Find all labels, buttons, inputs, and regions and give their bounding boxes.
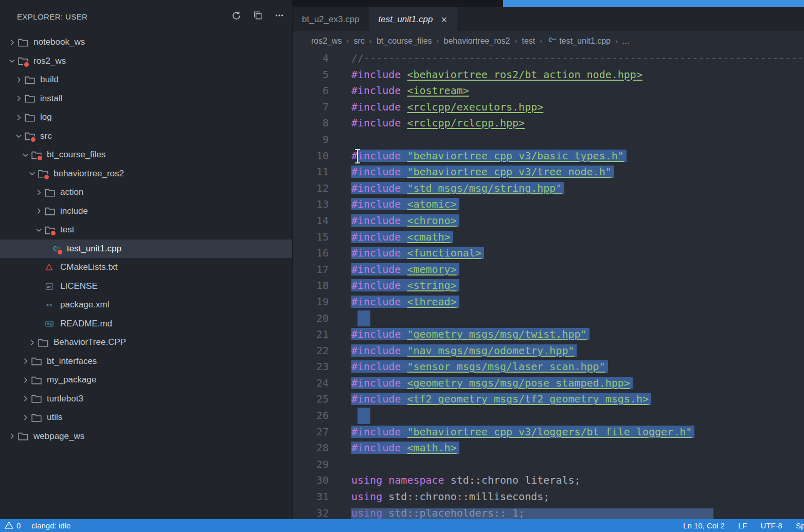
tree-folder-behaviortree_ros2[interactable]: behaviortree_ros2 (0, 164, 292, 184)
horizontal-scrollbar[interactable] (351, 508, 713, 519)
chevron-down-icon[interactable] (14, 131, 24, 141)
tree-file-LICENSE[interactable]: LICENSE (0, 277, 292, 296)
breadcrumb-item-test_unit1.cpp[interactable]: C++test_unit1.cpp (547, 35, 611, 46)
breadcrumb-item-bt_course_files[interactable]: bt_course_files (377, 36, 432, 46)
chevron-right-icon[interactable] (7, 431, 17, 441)
tree-folder-include[interactable]: include (0, 202, 292, 221)
duplicate-button[interactable] (250, 9, 265, 24)
chevron-right-icon[interactable] (14, 75, 24, 85)
code-line-19[interactable]: 19#include <thread> (293, 294, 804, 310)
clangd-status[interactable]: clangd: idle (31, 521, 70, 530)
code-line-25[interactable]: 25#include <tf2_geometry_msgs/tf2_geomet… (293, 391, 804, 408)
code-line-15[interactable]: 15#include <cmath> (293, 229, 804, 246)
code-token: "geometry_msgs/msg/twist.hpp" (407, 328, 586, 340)
tree-folder-webpage_ws[interactable]: webpage_ws (0, 427, 292, 446)
breadcrumb-separator: › (540, 36, 542, 45)
problems-indicator[interactable]: 0 (5, 521, 21, 530)
tree-file-CMakeLists.txt[interactable]: CMakeLists.txt (0, 258, 292, 277)
code-line-20[interactable]: 20 (293, 310, 804, 327)
tree-file-README.md[interactable]: README.md (0, 315, 292, 334)
tree-file-package.xml[interactable]: <>package.xml (0, 296, 292, 315)
code-token (401, 426, 407, 438)
breadcrumb-item-test[interactable]: test (522, 36, 535, 46)
eol-indicator[interactable]: LF (738, 521, 747, 530)
tree-folder-BehaviorTree.CPP[interactable]: BehaviorTree.CPP (0, 333, 292, 352)
indentation-indicator[interactable]: Spaces (796, 521, 804, 530)
tree-folder-notebook_ws[interactable]: notebook_ws (0, 33, 292, 52)
tree-folder-log[interactable]: log (0, 108, 292, 127)
folder-icon (45, 207, 56, 216)
code-line-13[interactable]: 13#include <atomic> (293, 196, 804, 213)
code-line-9[interactable]: 9 (293, 132, 804, 148)
line-number: 21 (293, 326, 329, 343)
breadcrumb-label: ... (622, 36, 629, 46)
code-line-14[interactable]: 14#include <chrono> (293, 213, 804, 229)
tab-test_unit1.cpp[interactable]: test_unit1.cpp× (369, 7, 459, 31)
line-number: 15 (293, 229, 329, 246)
code-line-8[interactable]: 8#include <rclcpp/rclcpp.hpp> (293, 115, 804, 132)
code-token (401, 182, 407, 194)
code-line-16[interactable]: 16#include <functional> (293, 245, 804, 262)
breadcrumb-item-behaviortree_ros2[interactable]: behaviortree_ros2 (444, 36, 510, 46)
code-line-10[interactable]: 10#include "behaviortree_cpp_v3/basic_ty… (293, 148, 804, 164)
chevron-right-icon[interactable] (14, 113, 24, 122)
chevron-right-icon[interactable] (21, 394, 30, 403)
error-dot (57, 249, 63, 255)
chevron-right-icon[interactable] (21, 375, 30, 385)
code-line-23[interactable]: 23#include "sensor_msgs/msg/laser_scan.h… (293, 359, 804, 375)
chevron-right-icon[interactable] (14, 94, 24, 103)
tree-file-test_unit1.cpp[interactable]: C++test_unit1.cpp (0, 240, 292, 259)
tree-folder-build[interactable]: build (0, 70, 292, 89)
code-line-31[interactable]: 31using std::chrono::milliseconds; (293, 489, 804, 505)
tree-folder-my_package[interactable]: my_package (0, 371, 292, 390)
chevron-right-icon[interactable] (21, 413, 30, 423)
tree-folder-bt_course_files[interactable]: bt_course_files (0, 145, 292, 164)
code-line-27[interactable]: 27#include "behaviortree_cpp_v3/loggers/… (293, 424, 804, 441)
chevron-right-icon[interactable] (27, 338, 37, 347)
chevron-right-icon[interactable] (34, 206, 44, 216)
code-line-11[interactable]: 11#include "behaviortree_cpp_v3/tree_nod… (293, 164, 804, 180)
chevron-right-icon[interactable] (34, 188, 44, 197)
tree-folder-turtlebot3[interactable]: turtlebot3 (0, 390, 292, 409)
code-line-28[interactable]: 28#include <math.h> (293, 440, 804, 456)
code-line-26[interactable]: 26 (293, 408, 804, 424)
chevron-right-icon[interactable] (7, 38, 17, 47)
code-line-29[interactable]: 29 (293, 456, 804, 473)
breadcrumb-item-src[interactable]: src (354, 36, 365, 46)
code-line-21[interactable]: 21#include "geometry_msgs/msg/twist.hpp" (293, 326, 804, 343)
tree-item-label: bt_interfaces (47, 356, 97, 366)
tree-folder-install[interactable]: install (0, 89, 292, 108)
cursor-position[interactable]: Ln 10, Col 2 (683, 521, 725, 530)
code-line-4[interactable]: 4//-------------------------------------… (293, 50, 804, 67)
chevron-down-icon[interactable] (7, 56, 17, 66)
chevron-right-icon[interactable] (21, 356, 30, 366)
tree-folder-ros2_ws[interactable]: ros2_ws (0, 52, 292, 71)
close-icon[interactable]: × (439, 13, 449, 26)
code-token: <rclcpp/rclcpp.hpp> (407, 117, 525, 129)
more-actions-button[interactable] (272, 9, 287, 24)
encoding-indicator[interactable]: UTF-8 (760, 521, 782, 530)
tree-folder-utils[interactable]: utils (0, 408, 292, 427)
code-line-22[interactable]: 22#include "nav_msgs/msg/odometry.hpp" (293, 343, 804, 359)
chevron-down-icon[interactable] (21, 150, 30, 160)
chevron-down-icon[interactable] (27, 169, 37, 178)
chevron-down-icon[interactable] (34, 225, 44, 235)
tree-folder-action[interactable]: action (0, 183, 292, 202)
tree-folder-bt_interfaces[interactable]: bt_interfaces (0, 352, 292, 371)
tree-folder-src[interactable]: src (0, 127, 292, 146)
code-line-5[interactable]: 5#include <behaviortree_ros2/bt_action_n… (293, 67, 804, 83)
breadcrumb-item-ros2_ws[interactable]: ros2_ws (311, 36, 342, 46)
tab-bt_u2_ex3.cpp[interactable]: bt_u2_ex3.cpp (293, 7, 369, 31)
code-editor[interactable]: 4//-------------------------------------… (293, 50, 804, 519)
line-number: 27 (293, 424, 329, 441)
code-line-12[interactable]: 12#include "std_msgs/msg/string.hpp" (293, 180, 804, 197)
refresh-button[interactable] (228, 9, 244, 24)
tree-folder-test[interactable]: test (0, 221, 292, 240)
code-line-18[interactable]: 18#include <string> (293, 278, 804, 294)
breadcrumb-item-...[interactable]: ... (622, 36, 629, 46)
code-line-24[interactable]: 24#include <geometry_msgs/msg/pose_stamp… (293, 375, 804, 392)
code-line-17[interactable]: 17#include <memory> (293, 262, 804, 278)
code-line-7[interactable]: 7#include <rclcpp/executors.hpp> (293, 99, 804, 116)
code-line-6[interactable]: 6#include <iostream> (293, 83, 804, 99)
code-line-30[interactable]: 30using namespace std::chrono_literals; (293, 472, 804, 489)
